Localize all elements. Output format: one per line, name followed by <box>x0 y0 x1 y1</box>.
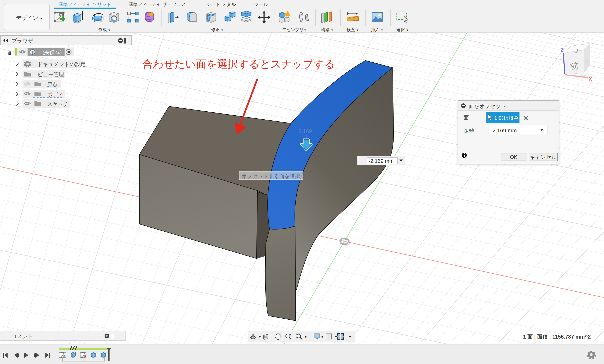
svg-text:Z: Z <box>560 47 564 53</box>
svg-text:2.169: 2.169 <box>299 128 312 134</box>
svg-text:±: ± <box>290 334 291 336</box>
svg-text:X: X <box>589 76 592 82</box>
svg-text:前: 前 <box>570 61 579 71</box>
